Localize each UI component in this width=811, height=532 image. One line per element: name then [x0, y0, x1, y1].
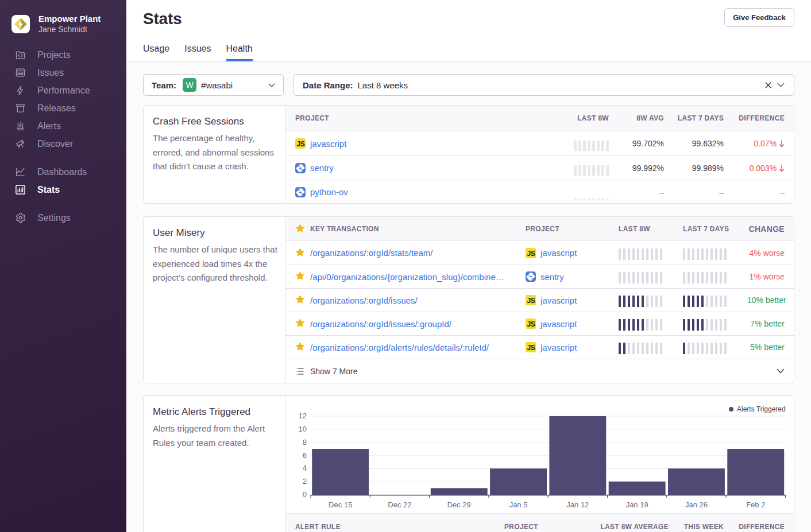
svg-text:Feb 2: Feb 2	[746, 500, 765, 509]
svg-text:Dec 15: Dec 15	[329, 500, 352, 509]
svg-text:10: 10	[299, 425, 307, 433]
svg-text:JS: JS	[527, 250, 535, 258]
svg-text:JS: JS	[527, 344, 535, 352]
svg-text:Jan 26: Jan 26	[685, 500, 708, 509]
svg-text:0: 0	[303, 490, 307, 499]
svg-text:2: 2	[303, 477, 307, 486]
svg-text:12: 12	[299, 411, 307, 420]
svg-text:Dec 29: Dec 29	[447, 500, 471, 509]
svg-text:JS: JS	[527, 320, 535, 328]
svg-text:8: 8	[303, 438, 307, 446]
svg-text:JS: JS	[297, 140, 305, 148]
svg-text:Jan 12: Jan 12	[566, 500, 589, 509]
svg-text:JS: JS	[527, 297, 535, 305]
svg-text:4: 4	[303, 464, 307, 472]
svg-text:Alerts Triggered: Alerts Triggered	[737, 405, 786, 413]
svg-text:6: 6	[303, 451, 307, 460]
svg-text:Jan 19: Jan 19	[626, 500, 648, 509]
svg-text:Dec 22: Dec 22	[388, 500, 411, 509]
svg-text:Jan 5: Jan 5	[509, 500, 528, 509]
